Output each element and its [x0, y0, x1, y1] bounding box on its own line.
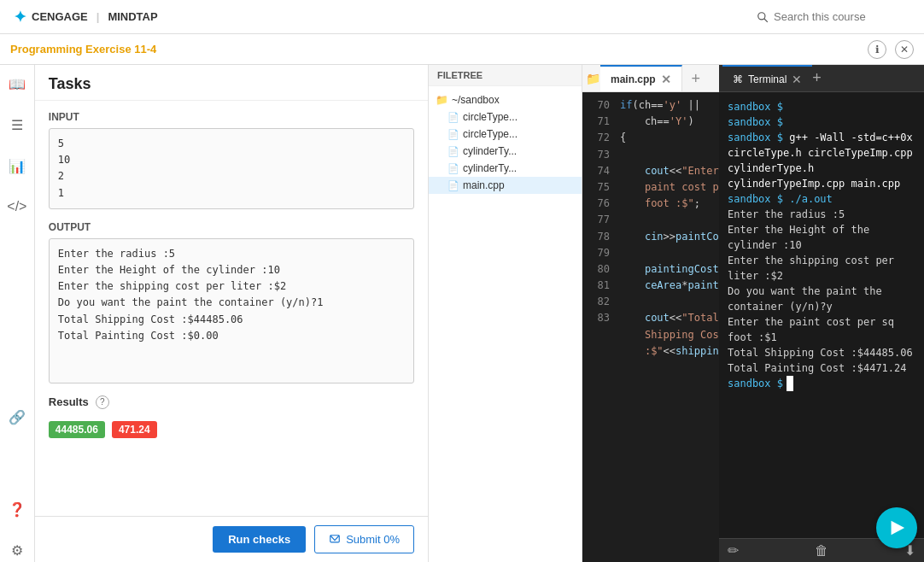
right-section: ⌘ Terminal ✕ + sandbox $ sandbox $ sandb… [719, 65, 924, 562]
tasks-panel: Tasks Input 5 10 2 1 Output Enter the ra… [35, 65, 429, 562]
exercise-title: Programming Exercise 11-4 [10, 43, 156, 56]
editor-tab-main[interactable]: main.cpp ✕ [600, 65, 682, 91]
terminal-line-2: sandbox $ g++ -Wall -std=c++0x circleTyp… [728, 130, 915, 191]
terminal-edit-icon[interactable]: ✏ [728, 542, 739, 559]
filetree-file-3[interactable]: 📄 cylinderTy... [429, 160, 582, 177]
run-checks-button[interactable]: Run checks [213, 526, 306, 553]
filetree-root-folder[interactable]: 📁 ~/sandbox [429, 91, 582, 108]
badge-green: 44485.06 [49, 421, 105, 438]
tasks-footer: Run checks Submit 0% [35, 516, 428, 562]
badges-row: 44485.06 471.24 [49, 421, 414, 438]
sidebar-icon-chart[interactable]: 📊 [5, 154, 29, 178]
filetree-content: 📁 ~/sandbox 📄 circleType... 📄 circleType… [429, 86, 582, 562]
tasks-title: Tasks [49, 75, 91, 92]
file-icon-3: 📄 [447, 163, 459, 174]
output-box: Enter the radius :5 Enter the Height of … [49, 238, 414, 383]
brand-cengage: CENGAGE [32, 10, 88, 23]
filetree-filename-2: cylinderTy... [463, 145, 517, 157]
submit-button[interactable]: Submit 0% [314, 525, 414, 553]
submit-label: Submit 0% [346, 533, 400, 546]
terminal-tabs: ⌘ Terminal ✕ + [719, 65, 924, 92]
terminal-line-7: Do you want the paint the container (y/n… [728, 284, 915, 314]
brand-mindtap: MINDTAP [108, 10, 157, 23]
terminal-line-6: Enter the shipping cost per liter :$2 [728, 253, 915, 284]
terminal-line-3: sandbox $ ./a.out [728, 191, 915, 207]
filetree-filename-0: circleType... [463, 111, 518, 123]
svg-marker-3 [892, 521, 905, 536]
cengage-logo-icon: ✦ [14, 8, 26, 26]
filetree-root-label: ~/sandbox [452, 94, 500, 106]
input-label: Input [49, 111, 414, 123]
filetree-header: FILETREE [429, 65, 582, 86]
play-button[interactable] [876, 507, 917, 548]
terminal-panel: ⌘ Terminal ✕ + sandbox $ sandbox $ sandb… [719, 65, 924, 562]
terminal-tab-label: Terminal [748, 73, 787, 85]
sidebar-icon-book[interactable]: 📖 [5, 72, 29, 96]
terminal-prompt-icon: ⌘ [733, 73, 743, 85]
filetree-file-4[interactable]: 📄 main.cpp [429, 177, 582, 194]
sidebar-icon-help[interactable]: ❓ [5, 497, 29, 521]
terminal-line-4: Enter the radius :5 [728, 207, 915, 222]
terminal-line-0: sandbox $ [728, 99, 915, 114]
brand-area: ✦ CENGAGE | MINDTAP [14, 8, 158, 26]
filetree-file-2[interactable]: 📄 cylinderTy... [429, 143, 582, 160]
filetree-filename-3: cylinderTy... [463, 162, 517, 174]
submit-icon [329, 534, 341, 546]
badge-red: 471.24 [112, 421, 157, 438]
sidebar-icon-list[interactable]: ☰ [5, 113, 29, 137]
play-icon [887, 518, 906, 537]
folder-icon: 📁 [436, 94, 448, 106]
terminal-cursor [787, 376, 793, 391]
output-text: Enter the radius :5 Enter the Height of … [58, 248, 324, 342]
input-values: 5 10 2 1 [58, 138, 70, 199]
output-label: Output [49, 221, 414, 233]
file-icon-1: 📄 [447, 129, 459, 140]
terminal-tab-close[interactable]: ✕ [792, 73, 802, 86]
terminal-line-8: Enter the paint cost per sq foot :$1 [728, 314, 915, 345]
sidebar-icon-code[interactable]: </> [5, 195, 29, 219]
filetree-file-1[interactable]: 📄 circleType... [429, 126, 582, 143]
search-icon [757, 11, 769, 23]
file-icon-2: 📄 [447, 146, 459, 157]
editor-tab-label: main.cpp [611, 73, 656, 85]
terminal-body: sandbox $ sandbox $ sandbox $ g++ -Wall … [719, 92, 924, 538]
filetree-filename-1: circleType... [463, 128, 518, 140]
svg-point-0 [758, 12, 765, 19]
editor-tab-close[interactable]: ✕ [661, 73, 671, 85]
filetree-panel: FILETREE 📁 ~/sandbox 📄 circleType... 📄 c… [429, 65, 582, 562]
terminal-line-1: sandbox $ [728, 114, 915, 130]
svg-line-1 [764, 18, 768, 21]
terminal-line-9: Total Shipping Cost :$44485.06 [728, 345, 915, 360]
terminal-line-5: Enter the Height of the cylinder :10 [728, 222, 915, 253]
filetree-filename-4: main.cpp [463, 179, 505, 191]
close-icon-btn[interactable]: ✕ [895, 40, 914, 59]
file-icon-4: 📄 [447, 180, 459, 191]
terminal-trash-icon[interactable]: 🗑 [815, 543, 828, 559]
sidebar-icons: 📖 ☰ 📊 </> 🔗 ❓ ⚙ [0, 65, 35, 562]
editor-folder-icon[interactable]: 📁 [586, 72, 600, 85]
terminal-tab-main[interactable]: ⌘ Terminal ✕ [722, 65, 812, 91]
search-area[interactable] [757, 10, 910, 23]
results-label: Results [49, 395, 89, 408]
sidebar-icon-share[interactable]: 🔗 [5, 405, 29, 429]
center-container: FILETREE 📁 ~/sandbox 📄 circleType... 📄 c… [429, 65, 719, 562]
line-numbers: 7071727374757677787980818283 [582, 92, 613, 562]
tasks-header: Tasks [35, 65, 428, 101]
editor-add-tab[interactable]: + [686, 71, 706, 86]
top-nav: ✦ CENGAGE | MINDTAP [0, 0, 924, 34]
results-help-icon[interactable]: ? [96, 395, 109, 409]
info-icon-btn[interactable]: ℹ [868, 40, 886, 59]
brand-sep: | [96, 10, 100, 23]
results-row: Results ? [49, 395, 414, 409]
search-input[interactable] [774, 10, 910, 23]
main-layout: 📖 ☰ 📊 </> 🔗 ❓ ⚙ Tasks Input 5 10 2 1 Out… [0, 65, 924, 562]
terminal-input-line: sandbox $ [728, 376, 915, 391]
filetree-file-0[interactable]: 📄 circleType... [429, 108, 582, 126]
terminal-line-10: Total Painting Cost :$4471.24 [728, 360, 915, 376]
file-icon-0: 📄 [447, 112, 459, 123]
exercise-icons: ℹ ✕ [868, 40, 914, 59]
terminal-add-tab[interactable]: + [812, 69, 822, 87]
brand-logo: ✦ CENGAGE | MINDTAP [14, 8, 158, 26]
sidebar-icon-settings[interactable]: ⚙ [5, 538, 29, 562]
input-box: 5 10 2 1 [49, 128, 414, 209]
